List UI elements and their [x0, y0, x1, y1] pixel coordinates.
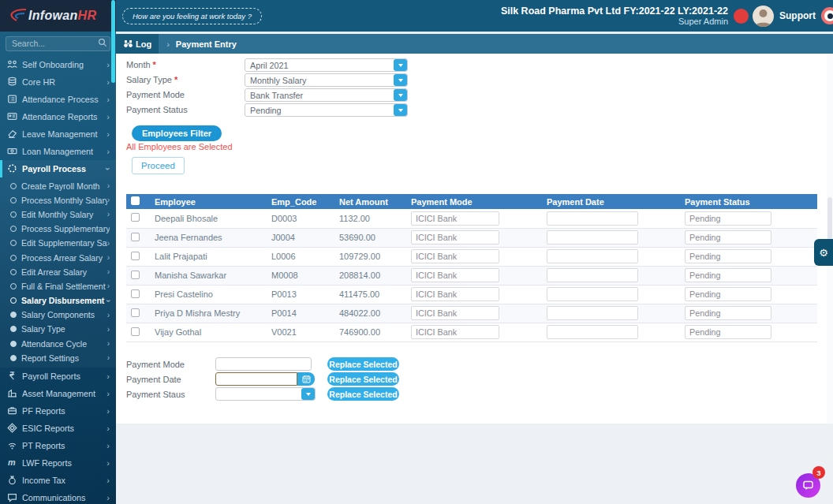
app-logo[interactable]: InfowanHR: [0, 0, 116, 32]
replace-selected-date-button[interactable]: Replace Selected: [327, 372, 399, 386]
submenu-item-salary-type[interactable]: Salary Type›: [0, 322, 116, 336]
payment-status-input[interactable]: [685, 211, 771, 226]
submenu-item-full-final-settlement[interactable]: Full & Final Settlement›: [0, 279, 116, 293]
payment-date-input[interactable]: [547, 249, 638, 263]
sidebar-item-label: Leave Management: [22, 129, 106, 139]
logo-text: Infowan: [28, 9, 78, 22]
submenu-item-attendance-cycle[interactable]: Attendance Cycle›: [0, 337, 116, 351]
submenu-item-process-supplementary-sal[interactable]: Process Supplementary Sal: [0, 222, 116, 236]
dropdown-arrow-icon[interactable]: [394, 74, 407, 86]
sidebar-item-leave-management[interactable]: Leave Management›: [0, 125, 116, 143]
sidebar-item-attendance-process[interactable]: Attendance Process›: [0, 91, 116, 108]
net-amount-cell: 1132.00: [334, 209, 406, 228]
payment-mode-input[interactable]: [411, 287, 499, 301]
sidebar-item-label: Loan Management: [22, 147, 106, 156]
chevron-right-icon: ›: [107, 339, 110, 348]
sidebar-item-lwf-reports[interactable]: m LWF Reports›: [0, 454, 116, 472]
payment-date-input[interactable]: [547, 211, 638, 226]
salary-type-select[interactable]: Monthly Salary: [245, 73, 408, 87]
bulk-payment-date-input[interactable]: [215, 372, 297, 386]
dropdown-arrow-icon[interactable]: [301, 388, 315, 400]
payment-status-input[interactable]: [685, 325, 771, 339]
sidebar-item-pf-reports[interactable]: PF Reports›: [0, 402, 116, 420]
sidebar-item-esic-reports[interactable]: ESIC Reports›: [0, 420, 116, 437]
month-select[interactable]: April 2021: [245, 58, 408, 72]
employees-filter-button[interactable]: Employees Filter: [132, 125, 222, 141]
chevron-right-icon: ›: [106, 112, 110, 121]
chevron-right-icon: ›: [106, 458, 110, 468]
payment-status-input[interactable]: [685, 230, 771, 245]
net-amount-cell: 484022.00: [334, 304, 406, 323]
row-checkbox[interactable]: [131, 252, 140, 260]
submenu-label: Report Settings: [21, 353, 107, 363]
search-input[interactable]: [6, 36, 110, 51]
submenu-item-salary-components[interactable]: Salary Components›: [0, 308, 116, 322]
submenu-item-create-payroll-month[interactable]: Create Payroll Month›: [0, 179, 116, 193]
sidebar-item-loan-management[interactable]: Loan Management›: [0, 143, 116, 160]
sidebar-item-attendance-reports[interactable]: Attendance Reports›: [0, 108, 116, 125]
sidebar-item-communications[interactable]: Communications›: [0, 489, 116, 504]
submenu-item-edit-monthly-salary[interactable]: Edit Monthly Salary›: [0, 207, 116, 222]
payment-mode-select[interactable]: Bank Transfer: [245, 88, 408, 102]
submenu-item-edit-arrear-salary[interactable]: Edit Arrear Salary›: [0, 265, 116, 279]
replace-selected-mode-button[interactable]: Replace Selected: [327, 357, 399, 371]
replace-selected-status-button[interactable]: Replace Selected: [327, 387, 399, 401]
payment-mode-input[interactable]: [411, 230, 499, 245]
payment-date-input[interactable]: [547, 287, 638, 301]
payment-date-input[interactable]: [547, 306, 638, 320]
payment-mode-input[interactable]: [411, 268, 499, 282]
sidebar-item-payroll-process[interactable]: Payroll Process›: [0, 160, 116, 177]
avatar[interactable]: [753, 6, 774, 27]
payment-status-input[interactable]: [685, 249, 771, 263]
breadcrumb-root-label: Log: [136, 39, 151, 49]
row-checkbox[interactable]: [131, 271, 140, 279]
submenu-item-edit-supplementary-sal[interactable]: Edit Supplementary Sal›: [0, 236, 116, 250]
submenu-item-process-arrear-salary[interactable]: Process Arrear Salary›: [0, 250, 116, 264]
row-checkbox[interactable]: [131, 327, 140, 336]
payment-status-select[interactable]: Pending: [245, 103, 408, 117]
sidebar-item-self-onboarding[interactable]: Self Onboarding›: [0, 56, 116, 73]
payment-mode-input[interactable]: [411, 306, 499, 320]
row-checkbox[interactable]: [131, 213, 140, 222]
breadcrumb-root[interactable]: Log: [116, 34, 159, 54]
submenu-item-salary-disbursement[interactable]: Salary Disbursement›: [0, 293, 116, 308]
row-checkbox[interactable]: [131, 233, 140, 241]
submenu-item-report-settings[interactable]: Report Settings›: [0, 351, 116, 365]
payment-status-input[interactable]: [685, 268, 771, 282]
sidebar-item-label: Communications: [22, 493, 106, 502]
sidebar-item-pt-reports[interactable]: PT Reports›: [0, 437, 116, 454]
support-target-icon[interactable]: [821, 7, 833, 24]
sidebar-item-asset-management[interactable]: Asset Management›: [0, 385, 116, 402]
notification-dot[interactable]: [734, 9, 749, 24]
emp-code-cell: D0003: [267, 209, 334, 228]
payment-date-input[interactable]: [547, 230, 638, 245]
chevron-down-icon: ›: [103, 167, 113, 170]
payment-mode-input[interactable]: [411, 249, 499, 263]
dropdown-arrow-icon[interactable]: [394, 89, 407, 101]
submenu-item-process-monthly-salary[interactable]: Process Monthly Salary›: [0, 193, 116, 207]
payment-status-input[interactable]: [685, 287, 771, 301]
dropdown-arrow-icon[interactable]: [394, 59, 407, 71]
sidebar-item-payroll-reports[interactable]: Payroll Reports›: [0, 368, 116, 385]
select-all-checkbox[interactable]: [131, 196, 140, 205]
sidebar-item-core-hr[interactable]: Core HR›: [0, 73, 116, 91]
payment-date-input[interactable]: [547, 268, 638, 282]
bulk-payment-status-select[interactable]: [215, 387, 316, 401]
payment-mode-input[interactable]: [411, 211, 499, 226]
settings-fab[interactable]: ⚙: [814, 239, 833, 266]
proceed-button[interactable]: Proceed: [132, 157, 185, 174]
bulk-payment-mode-input[interactable]: [215, 357, 312, 371]
dropdown-arrow-icon[interactable]: [394, 104, 407, 116]
emp-code-cell: M0008: [267, 266, 334, 285]
sidebar-scrollbar[interactable]: [111, 0, 115, 83]
row-checkbox[interactable]: [131, 308, 140, 317]
chevron-right-icon: ›: [106, 147, 110, 156]
calendar-button[interactable]: [297, 372, 315, 386]
row-checkbox[interactable]: [131, 289, 140, 298]
payment-date-input[interactable]: [547, 325, 638, 339]
feeling-button[interactable]: How are you feeling at work today ?: [122, 8, 262, 24]
sidebar-item-income-tax[interactable]: Income Tax›: [0, 472, 116, 489]
support-label[interactable]: Support: [779, 10, 816, 21]
payment-status-input[interactable]: [685, 306, 771, 320]
payment-mode-input[interactable]: [411, 325, 499, 339]
